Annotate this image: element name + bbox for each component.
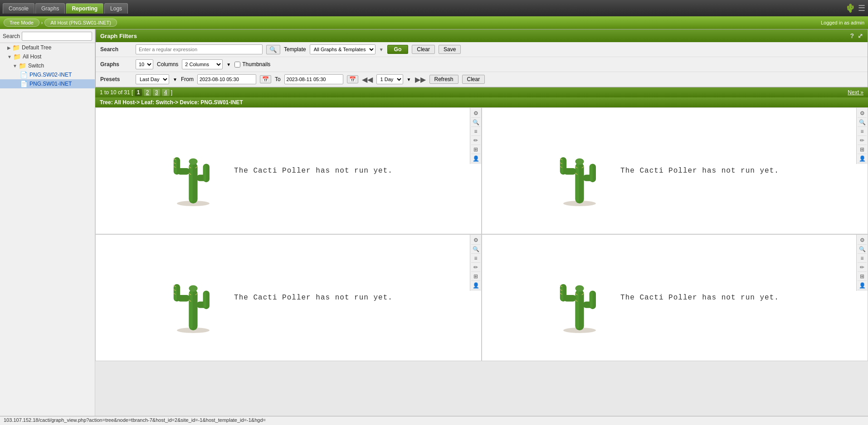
action-zoom-2[interactable]: 🔍	[858, 118, 867, 127]
graph-content-1: The Cacti Poller has not run yet.	[96, 108, 481, 234]
action-zoom-4[interactable]: 🔍	[858, 245, 867, 254]
search-input[interactable]	[22, 32, 92, 41]
action-expand-1[interactable]: ⊞	[471, 145, 480, 154]
cactus-image-2	[552, 135, 607, 207]
file-icon-sw01: 📄	[20, 80, 28, 87]
go-button[interactable]: Go	[387, 45, 409, 54]
svg-rect-53	[561, 285, 563, 300]
action-edit-2[interactable]: ✏	[858, 136, 867, 145]
graph-cell-4: The Cacti Poller has not run yet. ⚙ 🔍 ≡ …	[482, 234, 868, 361]
nav-next-arrow[interactable]: ▶▶	[415, 75, 426, 84]
to-date-input[interactable]	[284, 74, 343, 84]
action-edit-4[interactable]: ✏	[858, 263, 867, 272]
sidebar-item-sw01[interactable]: 📄 PNG.SW01-INET	[0, 79, 95, 88]
graphs-count-select[interactable]: 10	[136, 59, 153, 69]
search-icon-button[interactable]: 🔍	[266, 45, 280, 54]
tree-mode-breadcrumb[interactable]: Tree Mode	[4, 19, 39, 27]
current-breadcrumb[interactable]: All Host (PNG.SW01-INET)	[44, 19, 117, 27]
logged-in-label: Logged in as admin	[821, 20, 864, 25]
cactus-icon: 🌵	[845, 3, 855, 13]
action-edit-1[interactable]: ✏	[471, 136, 480, 145]
action-list-1[interactable]: ≡	[471, 127, 480, 136]
tree-arrow-default: ▶	[7, 45, 11, 50]
action-settings-4[interactable]: ⚙	[858, 236, 867, 245]
presets-select[interactable]: Last Day	[136, 74, 169, 84]
tree-label-allhost: All Host	[23, 53, 41, 60]
cactus-image-4	[552, 261, 607, 334]
from-label: From	[181, 76, 194, 82]
page-link-2[interactable]: 2	[144, 89, 151, 96]
action-zoom-3[interactable]: 🔍	[471, 245, 480, 254]
action-user-3[interactable]: 👤	[471, 281, 480, 290]
top-right-icons: 🌵 ☰	[845, 3, 865, 13]
nav-prev-arrow[interactable]: ◀◀	[362, 75, 373, 84]
thumbnails-checkbox-label: Thumbnails	[234, 61, 270, 68]
action-user-2[interactable]: 👤	[858, 154, 867, 163]
thumbnails-checkbox[interactable]	[234, 62, 240, 68]
columns-select[interactable]: 2 Columns	[182, 59, 223, 69]
clear-button-2[interactable]: Clear	[462, 75, 485, 84]
template-arrow: ▼	[379, 47, 384, 52]
page-link-3[interactable]: 3	[153, 89, 161, 96]
menu-icon[interactable]: ☰	[858, 3, 865, 13]
action-settings-3[interactable]: ⚙	[471, 236, 480, 245]
tree-arrow-switch: ▼	[13, 63, 17, 68]
next-button[interactable]: Next »	[848, 89, 863, 96]
action-expand-2[interactable]: ⊞	[858, 145, 867, 154]
svg-rect-2	[190, 164, 193, 202]
action-zoom-1[interactable]: 🔍	[471, 118, 480, 127]
action-expand-4[interactable]: ⊞	[858, 272, 867, 281]
action-list-4[interactable]: ≡	[858, 254, 867, 263]
save-button[interactable]: Save	[439, 45, 461, 54]
tree-label-sw02: PNG.SW02-INET	[29, 72, 72, 78]
filter-row-search: Search 🔍 Template All Graphs & Templates…	[96, 42, 868, 57]
svg-rect-18	[576, 164, 579, 202]
search-filter-label: Search	[100, 46, 132, 53]
svg-point-63	[575, 285, 584, 291]
action-user-1[interactable]: 👤	[471, 154, 480, 163]
sidebar-item-sw02[interactable]: 📄 PNG.SW02-INET	[0, 70, 95, 79]
content-area: Graph Filters ? ⤢ Search 🔍 Template All …	[95, 29, 868, 425]
from-calendar-button[interactable]: 📅	[260, 75, 271, 83]
pagination-bar: 1 to 10 of 31 [ 1 2 3 4 ] Next »	[95, 87, 868, 97]
tab-graphs[interactable]: Graphs	[35, 3, 65, 14]
sidebar-item-switch[interactable]: ▼ 📁 Switch	[0, 61, 95, 70]
action-list-2[interactable]: ≡	[858, 127, 867, 136]
page-link-4[interactable]: 4	[162, 89, 170, 96]
template-select[interactable]: All Graphs & Templates	[310, 44, 375, 54]
svg-rect-40	[204, 292, 206, 308]
help-icon[interactable]: ?	[850, 32, 854, 39]
action-settings-1[interactable]: ⚙	[471, 109, 480, 118]
tab-console[interactable]: Console	[3, 3, 34, 14]
preset-arrow: ▼	[173, 77, 177, 82]
svg-point-47	[189, 285, 197, 291]
from-date-input[interactable]	[197, 74, 256, 84]
columns-arrow: ▼	[226, 62, 231, 67]
sidebar-item-all-host[interactable]: ▼ 📁 All Host	[0, 52, 95, 61]
sidebar-item-default-tree[interactable]: ▶ 📁 Default Tree	[0, 43, 95, 52]
graph-actions-2: ⚙ 🔍 ≡ ✏ ⊞ 👤	[856, 108, 868, 164]
graph-search-input[interactable]	[136, 44, 263, 54]
to-calendar-button[interactable]: 📅	[347, 75, 358, 83]
action-list-3[interactable]: ≡	[471, 254, 480, 263]
tab-reporting[interactable]: Reporting	[66, 3, 103, 14]
graph-placeholder-text-3: The Cacti Poller has not run yet.	[234, 294, 393, 302]
page-link-1[interactable]: 1	[135, 89, 142, 96]
sidebar: Search ▶ 📁 Default Tree ▼ 📁 All Host ▼ 📁…	[0, 29, 95, 425]
cactus-placeholder-1: The Cacti Poller has not run yet.	[105, 135, 454, 207]
refresh-button[interactable]: Refresh	[429, 75, 458, 84]
day-select[interactable]: 1 Day	[376, 74, 403, 84]
clear-button-1[interactable]: Clear	[412, 45, 435, 54]
action-user-4[interactable]: 👤	[858, 281, 867, 290]
expand-icon[interactable]: ⤢	[858, 32, 863, 39]
leaf-banner: Tree: All Host-> Leaf: Switch-> Device: …	[95, 97, 868, 107]
action-settings-2[interactable]: ⚙	[858, 109, 867, 118]
svg-rect-37	[174, 285, 177, 300]
tab-logs[interactable]: Logs	[104, 3, 128, 14]
graph-content-3: The Cacti Poller has not run yet.	[96, 235, 481, 361]
tree-label-switch: Switch	[28, 63, 44, 69]
action-expand-3[interactable]: ⊞	[471, 272, 480, 281]
template-label: Template	[284, 46, 306, 53]
action-edit-3[interactable]: ✏	[471, 263, 480, 272]
graph-placeholder-text-4: The Cacti Poller has not run yet.	[620, 294, 779, 302]
